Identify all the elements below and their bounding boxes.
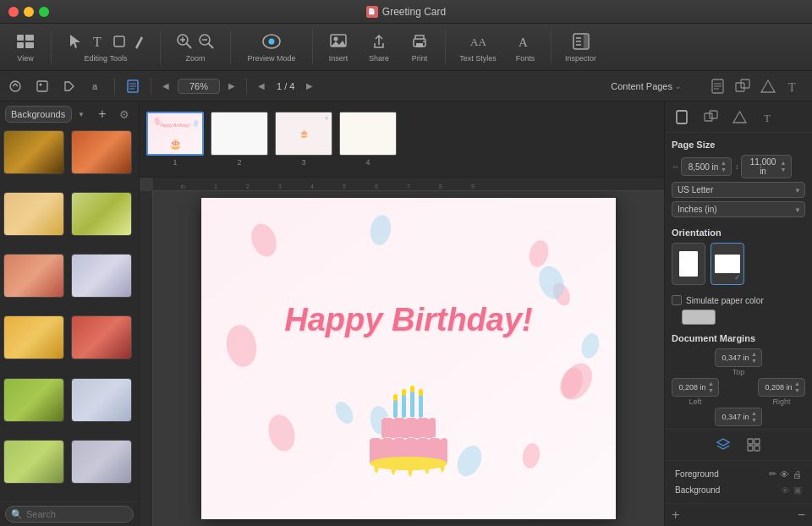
bottom-margin-stepper[interactable]: ▲ ▼ — [751, 410, 757, 424]
toolbar2-icon-2[interactable] — [30, 74, 54, 98]
foreground-layer-row[interactable]: Foreground ✏ 👁 🖨 — [672, 466, 805, 482]
page-thumb-1[interactable]: Happy Birthday! 🎂 — [146, 112, 204, 156]
remove-layer-button[interactable]: − — [798, 507, 805, 523]
width-stepper[interactable]: ▲ ▼ — [721, 160, 727, 173]
text-tab-icon[interactable]: T — [782, 74, 805, 98]
inspector-shapes-tab[interactable] — [727, 105, 751, 129]
toolbar2-icon-1[interactable] — [3, 74, 27, 98]
page-tab-icon[interactable] — [705, 74, 729, 98]
inspector-layers: Foreground ✏ 👁 🖨 Background 👁 ▣ — [665, 461, 812, 503]
minimize-button[interactable] — [24, 7, 34, 17]
background-thumb-9[interactable] — [3, 378, 64, 422]
right-margin-stepper[interactable]: ▲ ▼ — [794, 381, 800, 394]
width-down[interactable]: ▼ — [721, 167, 727, 173]
view-label: View — [17, 54, 33, 63]
background-thumb-5[interactable] — [3, 254, 64, 298]
height-up[interactable]: ▲ — [781, 160, 787, 167]
page-item-2[interactable]: 2 — [211, 112, 268, 167]
height-stepper[interactable]: ▲ ▼ — [781, 160, 787, 173]
background-thumb-12[interactable] — [71, 440, 132, 484]
page-item-4[interactable]: 4 — [339, 112, 397, 167]
paper-color-swatch[interactable] — [682, 310, 716, 325]
insert-button[interactable]: Insert — [320, 28, 357, 66]
simulate-paper-checkbox[interactable] — [672, 295, 682, 305]
top-margin-field[interactable]: 0,347 in ▲ ▼ — [715, 348, 762, 367]
background-thumb-7[interactable] — [3, 315, 64, 359]
background-thumb-3[interactable] — [3, 192, 64, 236]
editing-tools-button[interactable]: T Editing Tools — [58, 28, 153, 66]
top-margin-row: 0,347 in ▲ ▼ Top — [672, 348, 805, 376]
svg-rect-3 — [25, 42, 34, 48]
preview-mode-button[interactable]: Preview Mode — [238, 28, 305, 66]
page-item-3[interactable]: 🎂 ★ 3 — [275, 112, 332, 167]
svg-rect-60 — [748, 446, 753, 451]
background-thumb-8[interactable] — [71, 315, 132, 359]
page-height-field[interactable]: 11,000 in ▲ ▼ — [741, 155, 792, 178]
toolbar2-icon-3[interactable] — [58, 74, 81, 98]
maximize-button[interactable] — [39, 7, 49, 17]
background-thumb-11[interactable] — [3, 440, 64, 484]
grid-tab[interactable] — [742, 433, 765, 457]
arrange-tab-icon[interactable] — [731, 74, 754, 98]
next-page-button[interactable]: ▶ — [301, 78, 318, 95]
background-print-icon[interactable]: ▣ — [793, 485, 802, 496]
page-thumb-4[interactable] — [339, 112, 397, 156]
zoom-display[interactable]: 76% — [178, 79, 220, 94]
left-margin-stepper[interactable]: ▲ ▼ — [708, 381, 714, 394]
page-item-1[interactable]: Happy Birthday! 🎂 1 — [146, 112, 204, 167]
portrait-button[interactable] — [672, 243, 705, 285]
bottom-margin-field[interactable]: 0,347 in ▲ ▼ — [715, 408, 762, 426]
page-thumb-2[interactable] — [211, 112, 268, 156]
close-button[interactable] — [8, 7, 19, 17]
zoom-button[interactable]: Zoom — [167, 28, 223, 66]
foreground-edit-icon[interactable]: ✏ — [769, 468, 776, 479]
background-visibility-icon[interactable]: 👁 — [781, 485, 790, 496]
settings-button[interactable]: ⚙ — [115, 105, 134, 123]
background-thumb-10[interactable] — [71, 378, 132, 422]
height-down[interactable]: ▼ — [781, 167, 787, 173]
zoom-in-button[interactable]: ◀ — [157, 78, 174, 95]
paper-size-select[interactable]: US Letter A4 Custom — [672, 182, 805, 198]
search-input[interactable] — [5, 506, 134, 523]
svg-rect-61 — [754, 446, 760, 451]
foreground-visibility-icon[interactable]: 👁 — [780, 469, 789, 479]
inspector-toolbar-button[interactable]: Inspector — [558, 28, 603, 66]
svg-text:T: T — [764, 112, 771, 124]
add-layer-button[interactable]: + — [672, 507, 679, 523]
width-up[interactable]: ▲ — [721, 160, 727, 167]
inspector-tab-icons: T — [705, 74, 805, 98]
add-background-button[interactable]: + — [93, 105, 112, 123]
landscape-button[interactable]: ✓ — [710, 243, 744, 285]
top-margin-stepper[interactable]: ▲ ▼ — [751, 351, 757, 364]
view-button[interactable]: View — [7, 28, 44, 66]
page-width-field[interactable]: 8,500 in ▲ ▼ — [681, 157, 732, 176]
fonts-button[interactable]: A Fonts — [507, 28, 544, 66]
inspector-page-tab[interactable] — [670, 105, 694, 129]
category-select[interactable]: Backgrounds Shapes Text — [5, 106, 72, 123]
left-margin-field[interactable]: 0,208 in ▲ ▼ — [672, 378, 719, 397]
right-margin-field[interactable]: 0,208 in ▲ ▼ — [758, 378, 805, 397]
background-thumb-2[interactable] — [71, 130, 132, 174]
page-thumb-3[interactable]: 🎂 ★ — [275, 112, 332, 156]
foreground-print-icon[interactable]: 🖨 — [793, 469, 802, 479]
toolbar2-icon-4[interactable]: a — [85, 74, 108, 98]
layers-tab[interactable] — [711, 433, 735, 457]
background-thumb-4[interactable] — [71, 192, 132, 236]
background-thumb-6[interactable] — [71, 254, 132, 298]
svg-rect-0 — [17, 35, 24, 41]
prev-page-button[interactable]: ◀ — [253, 78, 270, 95]
svg-rect-54 — [677, 111, 687, 123]
separator-v1 — [114, 78, 115, 95]
units-select[interactable]: Inches (in) Centimeters (cm) Pixels (px) — [672, 201, 805, 217]
inspector-text-tab[interactable]: T — [756, 105, 780, 129]
page-view-button[interactable] — [121, 74, 145, 98]
shapes-tab-icon[interactable] — [756, 74, 780, 98]
print-button[interactable]: Print — [401, 28, 438, 66]
background-thumb-1[interactable] — [3, 130, 64, 174]
share-button[interactable]: Share — [360, 28, 398, 66]
text-styles-button[interactable]: AA Text Styles — [453, 28, 503, 66]
zoom-out-button[interactable]: ▶ — [223, 78, 240, 95]
background-layer-row[interactable]: Background 👁 ▣ — [672, 482, 805, 498]
inspector-arrange-tab[interactable] — [699, 105, 722, 129]
content-pages-selector[interactable]: Content Pages ⌄ — [611, 81, 682, 91]
